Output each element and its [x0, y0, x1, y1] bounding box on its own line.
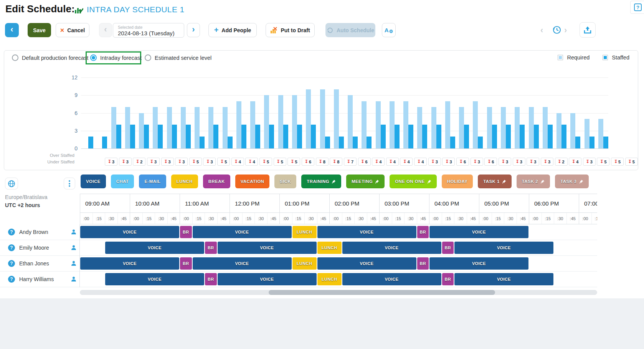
under-staffed-badge[interactable]: ↧5: [611, 158, 624, 166]
staffed-bar[interactable]: [450, 137, 455, 148]
staffed-bar[interactable]: [367, 137, 372, 148]
schedule-segment-voice[interactable]: VOICE: [105, 273, 204, 285]
staffed-bar[interactable]: [158, 125, 163, 148]
under-staffed-badge[interactable]: ↧5: [189, 158, 202, 166]
required-bar[interactable]: [306, 89, 311, 148]
under-staffed-badge[interactable]: ↧4: [414, 158, 427, 166]
schedule-segment-voice[interactable]: VOICE: [193, 226, 292, 238]
staffed-bar[interactable]: [464, 125, 469, 148]
staffed-bar[interactable]: [255, 125, 260, 148]
required-bar[interactable]: [236, 101, 241, 148]
staffed-bar[interactable]: [325, 137, 330, 148]
under-staffed-badge[interactable]: ↧4: [231, 158, 244, 166]
required-bar[interactable]: [459, 107, 464, 148]
required-bar[interactable]: [181, 107, 186, 148]
timezone-button[interactable]: [5, 178, 18, 189]
staffed-bar[interactable]: [102, 137, 107, 148]
schedule-segment-voice[interactable]: VOICE: [342, 273, 441, 285]
required-bar[interactable]: [139, 113, 144, 149]
required-bar[interactable]: [390, 101, 395, 148]
required-bar[interactable]: [417, 107, 422, 148]
staffed-bar[interactable]: [561, 125, 566, 148]
history-clock-icon[interactable]: [551, 25, 562, 35]
staffed-bar[interactable]: [172, 125, 177, 148]
staffed-bar[interactable]: [395, 125, 400, 148]
under-staffed-badge[interactable]: ↧8: [330, 158, 342, 166]
cancel-button[interactable]: × Cancel: [56, 23, 89, 37]
required-bar[interactable]: [445, 101, 450, 148]
schedule-segment-lunch[interactable]: LUNCH: [292, 257, 317, 270]
required-bar[interactable]: [223, 107, 228, 148]
schedule-segment-voice[interactable]: VOICE: [429, 226, 528, 238]
staffed-bar[interactable]: [353, 137, 358, 148]
staffed-bar[interactable]: [144, 125, 149, 148]
required-bar[interactable]: [348, 95, 353, 148]
required-bar[interactable]: [278, 95, 283, 148]
schedule-segment-voice[interactable]: VOICE: [193, 257, 292, 270]
required-bar[interactable]: [598, 119, 603, 148]
employee-help-icon[interactable]: ?: [8, 244, 15, 251]
activity-chip-e-mail[interactable]: E-MAIL: [139, 174, 166, 188]
schedule-segment-voice[interactable]: VOICE: [342, 242, 441, 254]
required-bar[interactable]: [125, 107, 130, 148]
activity-chip-task-1[interactable]: TASK 1: [478, 174, 511, 188]
staffed-bar[interactable]: [520, 125, 525, 148]
required-bar[interactable]: [208, 107, 213, 148]
schedule-segment-voice[interactable]: VOICE: [218, 242, 317, 254]
staffed-bar[interactable]: [506, 125, 511, 148]
schedule-segment-voice[interactable]: VOICE: [454, 273, 553, 285]
staffed-bar[interactable]: [408, 125, 413, 148]
staffed-bar[interactable]: [590, 137, 594, 148]
required-bar[interactable]: [515, 107, 520, 148]
staffed-bar[interactable]: [311, 125, 316, 148]
under-staffed-badge[interactable]: ↧5: [217, 158, 230, 166]
history-forward-button[interactable]: ›: [564, 25, 567, 35]
help-button[interactable]: ?: [630, 1, 644, 14]
staffed-bar[interactable]: [297, 125, 302, 148]
under-staffed-badge[interactable]: ↧3: [527, 158, 539, 166]
under-staffed-badge[interactable]: ↧3: [147, 158, 160, 166]
back-button[interactable]: ‹: [5, 23, 19, 37]
staffed-bar[interactable]: [603, 137, 608, 148]
schedule-segment-lunch[interactable]: LUNCH: [292, 226, 317, 238]
schedule-segment-voice[interactable]: VOICE: [317, 257, 416, 270]
schedule-segment-voice[interactable]: VOICE: [317, 226, 416, 238]
timeline-scrollbar-thumb[interactable]: [269, 290, 495, 295]
required-bar[interactable]: [376, 101, 381, 148]
under-staffed-badge[interactable]: ↧4: [400, 158, 413, 166]
staffed-bar[interactable]: [548, 125, 553, 148]
required-bar[interactable]: [195, 107, 200, 148]
under-staffed-badge[interactable]: ↧3: [442, 158, 455, 166]
staffed-bar[interactable]: [269, 125, 274, 148]
schedule-segment-voice[interactable]: VOICE: [105, 242, 204, 254]
required-bar[interactable]: [264, 95, 269, 148]
schedule-segment-break[interactable]: BR: [180, 257, 192, 270]
schedule-segment-break[interactable]: BR: [180, 226, 192, 238]
required-bar[interactable]: [250, 101, 255, 148]
legend-item-required[interactable]: Required: [558, 54, 590, 61]
under-staffed-badge[interactable]: ↧3: [161, 158, 174, 166]
staffed-bar[interactable]: [436, 125, 441, 148]
staffed-bar[interactable]: [241, 125, 246, 148]
required-bar[interactable]: [585, 119, 590, 148]
staffed-bar[interactable]: [534, 125, 539, 148]
required-bar[interactable]: [543, 107, 548, 148]
activity-chip-task-3[interactable]: TASK 3: [555, 174, 588, 188]
publish-button[interactable]: [580, 22, 596, 38]
put-to-draft-button[interactable]: Put to Draft: [266, 23, 315, 37]
schedule-name-link[interactable]: INTRA DAY SCHEDULE 1: [87, 5, 185, 14]
required-bar[interactable]: [529, 107, 534, 148]
staffed-bar[interactable]: [116, 125, 121, 148]
schedule-segment-voice[interactable]: VOICE: [218, 273, 317, 285]
legend-item-staffed[interactable]: Staffed: [603, 54, 629, 61]
staffed-bar[interactable]: [339, 137, 344, 148]
required-bar[interactable]: [556, 113, 561, 149]
under-staffed-badge[interactable]: ↧6: [456, 158, 469, 166]
under-staffed-badge[interactable]: ↧3: [428, 158, 441, 166]
under-staffed-badge[interactable]: ↧2: [555, 158, 568, 166]
forecast-radio-default-production-forecast[interactable]: Default production forecast: [12, 54, 88, 61]
activity-chip-sick[interactable]: SICK: [274, 174, 296, 188]
staffed-bar[interactable]: [200, 137, 205, 148]
required-bar[interactable]: [153, 107, 158, 148]
activity-chip-one-on-one[interactable]: ONE ON ONE: [390, 174, 436, 188]
